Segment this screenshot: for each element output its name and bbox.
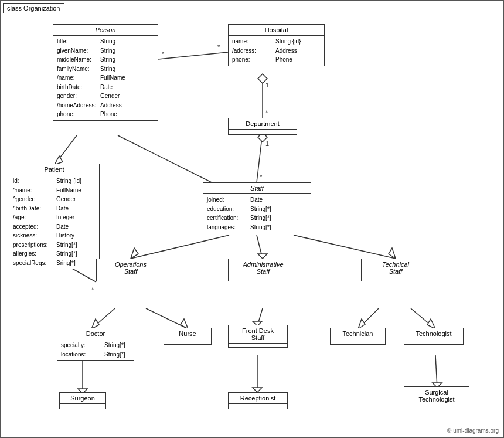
copyright-text: © uml-diagrams.org: [447, 427, 499, 434]
class-person-header: Person: [53, 25, 158, 36]
class-technologist-header: Technologist: [404, 328, 463, 339]
class-administrative-staff: Administrative Staff: [228, 259, 298, 281]
class-nurse-body: [164, 339, 211, 344]
class-doctor-body: specialty:String[*] locations:String[*]: [57, 339, 134, 360]
class-hospital-header: Hospital: [229, 25, 324, 36]
svg-marker-37: [253, 388, 262, 392]
class-administrative-staff-body: [229, 277, 298, 281]
svg-line-18: [131, 235, 229, 259]
svg-line-22: [294, 235, 396, 259]
class-technician-header: Technician: [331, 328, 385, 339]
class-surgeon-header: Surgeon: [60, 393, 105, 404]
class-nurse-header: Nurse: [164, 328, 211, 339]
svg-text:*: *: [217, 43, 220, 50]
class-receptionist-body: [229, 404, 287, 409]
class-staff-header: Staff: [203, 183, 311, 194]
svg-line-26: [146, 308, 188, 329]
svg-text:1: 1: [265, 140, 269, 147]
class-operations-staff: Operations Staff: [96, 259, 165, 281]
class-person-body: title:String givenName:String middleName…: [53, 36, 158, 120]
class-front-desk-staff-header: Front Desk Staff: [229, 325, 287, 344]
class-doctor-header: Doctor: [57, 328, 134, 339]
class-technician: Technician: [330, 328, 386, 345]
svg-line-20: [257, 235, 263, 259]
class-technician-body: [331, 339, 385, 344]
class-surgical-technologist-body: [404, 405, 469, 409]
class-technical-staff-header: Technical Staff: [362, 259, 430, 277]
svg-line-28: [257, 308, 263, 326]
class-technologist-body: [404, 339, 463, 344]
svg-text:*: *: [260, 174, 263, 181]
diagram-label: class Organization: [3, 3, 64, 13]
class-surgeon-body: [60, 404, 105, 409]
class-operations-staff-body: [97, 277, 165, 281]
class-surgeon: Surgeon: [59, 392, 106, 409]
class-technologist: Technologist: [404, 328, 464, 345]
class-department: Department: [228, 118, 297, 135]
class-department-header: Department: [229, 118, 297, 130]
class-hospital: Hospital name:String {id} /address:Addre…: [228, 24, 325, 66]
class-patient: Patient id:String {id} ^name:FullName ^g…: [9, 164, 100, 269]
class-hospital-body: name:String {id} /address:Address phone:…: [229, 36, 324, 66]
class-technical-staff-body: [362, 277, 430, 281]
svg-marker-19: [131, 248, 138, 259]
class-patient-body: id:String {id} ^name:FullName ^gender:Ge…: [9, 175, 99, 269]
class-surgical-technologist-header: Surgical Technologist: [404, 387, 469, 405]
svg-line-38: [435, 355, 437, 388]
class-front-desk-staff: Front Desk Staff: [228, 325, 288, 348]
svg-text:1: 1: [265, 82, 269, 89]
class-staff: Staff joined:Date education:String[*] ce…: [203, 182, 311, 233]
class-department-body: [229, 130, 297, 134]
class-receptionist-header: Receptionist: [229, 393, 287, 404]
class-person: Person title:String givenName:String mid…: [53, 24, 158, 121]
class-doctor: Doctor specialty:String[*] locations:Str…: [57, 328, 134, 361]
svg-text:*: *: [162, 50, 165, 57]
svg-marker-4: [258, 74, 267, 83]
class-operations-staff-header: Operations Staff: [97, 259, 165, 277]
class-technical-staff: Technical Staff: [361, 259, 430, 281]
svg-line-30: [358, 308, 379, 329]
svg-marker-21: [258, 254, 267, 259]
svg-line-24: [91, 308, 115, 329]
svg-marker-23: [389, 248, 396, 259]
class-administrative-staff-header: Administrative Staff: [229, 259, 298, 277]
uml-diagram: class Organization * * 1 * 1 * * *: [0, 0, 504, 438]
class-receptionist: Receptionist: [228, 392, 288, 409]
svg-text:*: *: [91, 286, 94, 293]
svg-text:*: *: [265, 109, 268, 116]
class-nurse: Nurse: [164, 328, 212, 345]
svg-line-32: [411, 308, 435, 329]
class-front-desk-staff-body: [229, 344, 287, 347]
svg-line-7: [257, 133, 263, 182]
class-surgical-technologist: Surgical Technologist: [404, 386, 469, 409]
svg-line-11: [55, 135, 77, 165]
class-staff-body: joined:Date education:String[*] certific…: [203, 194, 311, 233]
class-patient-header: Patient: [9, 164, 99, 175]
svg-line-0: [158, 52, 228, 59]
